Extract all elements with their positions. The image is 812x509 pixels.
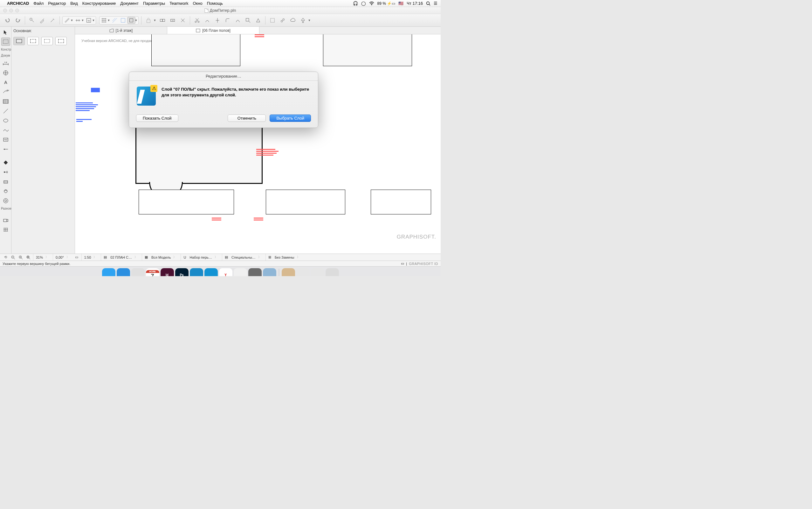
dropdown-icon[interactable]: ▼ [81, 19, 84, 22]
scale-field[interactable]: 1:50〉 [81, 254, 99, 261]
publish-button[interactable] [299, 16, 307, 25]
suspend-groups-button[interactable] [144, 16, 153, 25]
dock-preview[interactable] [263, 268, 276, 276]
trace-button[interactable] [119, 17, 127, 24]
penset-combo[interactable]: U Набор перь…〉 [181, 254, 220, 261]
dock-archicad[interactable] [190, 268, 203, 276]
dock-yandex[interactable]: Y [219, 268, 232, 276]
line-tool[interactable] [1, 107, 10, 115]
graphisoft-id-link[interactable]: GRAPHISOFT ID [409, 262, 438, 266]
dock-photoshop[interactable]: Ps [175, 268, 188, 276]
interior-elevation-tool[interactable] [1, 177, 10, 186]
marquee-shape-thin[interactable] [41, 37, 53, 45]
resize-button[interactable] [244, 16, 252, 25]
section-tool[interactable] [1, 159, 10, 167]
wifi-icon[interactable] [369, 2, 374, 5]
dock-calendar[interactable]: НОЯБ7 [146, 268, 159, 276]
spline-tool[interactable] [1, 126, 10, 134]
arrow-tool[interactable] [1, 28, 10, 36]
menu-file[interactable]: Файл [33, 1, 43, 6]
dropdown-icon[interactable]: ▼ [107, 19, 111, 22]
eyedropper-button[interactable] [38, 16, 47, 25]
trim-button[interactable] [178, 16, 187, 25]
dropdown-icon[interactable]: ▼ [153, 19, 157, 22]
dock-cinema4d[interactable] [205, 268, 218, 276]
window-controls[interactable] [0, 9, 19, 12]
marquee-tool[interactable] [1, 38, 10, 46]
fillet-button[interactable] [223, 16, 232, 25]
creative-cloud-icon[interactable]: ◯ [361, 1, 366, 6]
dock-settings[interactable] [248, 268, 262, 276]
scissors-button[interactable] [193, 16, 201, 25]
dropdown-icon[interactable]: ▼ [70, 19, 74, 22]
show-layer-button[interactable]: Показать Слой [136, 114, 178, 122]
dropdown-icon[interactable]: ▼ [91, 19, 96, 22]
renovation-combo[interactable]: ⊞ Без Замены〉 [265, 254, 302, 261]
input-flag-icon[interactable]: 🇺🇸 [398, 1, 403, 6]
marquee-shape-solid[interactable] [13, 37, 25, 45]
text-tool[interactable]: A [1, 78, 10, 87]
redo-button[interactable] [13, 16, 22, 25]
worksheet-tool[interactable] [1, 187, 10, 195]
elevation-button[interactable] [254, 16, 263, 25]
dropdown-icon[interactable]: ▼ [307, 19, 311, 22]
menu-editor[interactable]: Редактор [48, 1, 66, 6]
measure-distance-button[interactable] [28, 16, 37, 25]
drawing-tool[interactable] [1, 136, 10, 144]
intersect-button[interactable] [233, 16, 242, 25]
menu-window[interactable]: Окно [193, 1, 202, 6]
selection-set-button[interactable] [268, 16, 277, 25]
panel-toggle-icon[interactable]: ▭ [401, 262, 404, 266]
fill-tool[interactable] [1, 97, 10, 106]
battery-status[interactable]: 89 % ⚡▭ [377, 1, 396, 6]
zoom-out-button[interactable] [10, 254, 16, 260]
app-name[interactable]: ARCHICAD [7, 1, 29, 6]
marquee-shape-dashed[interactable] [27, 37, 39, 45]
spotlight-icon[interactable] [426, 1, 431, 6]
tab-floor-1[interactable]: [1-й этаж] [75, 27, 167, 34]
cancel-button[interactable]: Отменить [228, 114, 266, 122]
menu-teamwork[interactable]: Teamwork [170, 1, 188, 6]
label-tool[interactable]: A1 [1, 88, 10, 96]
drawing-canvas[interactable]: Учебная версия ARCHICAD, не для продажи.… [75, 34, 441, 253]
zoom-level[interactable]: 31%〉 [33, 254, 51, 261]
clock[interactable]: Чт 17:16 [407, 1, 423, 6]
dock-photos[interactable] [234, 268, 247, 276]
marquee-shape-thick[interactable] [55, 37, 67, 45]
group-button[interactable] [158, 16, 167, 25]
undo-button[interactable] [3, 16, 12, 25]
syringe-button[interactable] [48, 16, 57, 25]
snap-grid-button[interactable] [111, 17, 119, 24]
mvo-combo[interactable]: ▤ Специальны…〉 [222, 254, 264, 261]
menu-view[interactable]: Вид [70, 1, 78, 6]
layer-combo[interactable]: ▤ 02 ПЛАН С…〉 [101, 254, 140, 261]
select-layer-button[interactable]: Выбрать Слой [270, 114, 311, 122]
hotspot-tool[interactable] [1, 145, 10, 153]
rotation-angle[interactable]: 0,00°〉 [53, 254, 72, 261]
align-button[interactable] [213, 16, 222, 25]
dock-mail[interactable] [131, 268, 145, 276]
detail-tool[interactable] [1, 197, 10, 205]
model-filter[interactable]: ▦ Вся Модель〉 [142, 254, 179, 261]
headphones-icon[interactable]: 🎧 [353, 1, 358, 6]
menu-document[interactable]: Документ [120, 1, 139, 6]
zoom-refresh-button[interactable]: ⟲ [3, 254, 8, 260]
dock-folder1[interactable] [282, 268, 295, 276]
grid-element-tool[interactable] [1, 226, 10, 234]
menu-extras-icon[interactable]: ☰ [434, 1, 438, 6]
dock-finder[interactable] [102, 268, 115, 276]
menu-design[interactable]: Конструирование [82, 1, 116, 6]
elevation-tool[interactable] [1, 168, 10, 176]
zoom-fit-button[interactable] [26, 254, 31, 260]
tab-floor-plan-06[interactable]: [06 План полов] [167, 27, 259, 34]
menu-help[interactable]: Помощь [207, 1, 223, 6]
menu-options[interactable]: Параметры [143, 1, 165, 6]
bimcloud-button[interactable] [288, 16, 297, 25]
zoom-in-button[interactable] [18, 254, 24, 260]
circle-tool[interactable] [1, 116, 10, 125]
dock-folder2[interactable] [296, 268, 310, 276]
dock-trash[interactable] [326, 268, 339, 276]
dock-indesign[interactable]: Id [160, 268, 174, 276]
dimension-button[interactable]: 12 [168, 16, 177, 25]
camera-tool[interactable] [1, 216, 10, 224]
